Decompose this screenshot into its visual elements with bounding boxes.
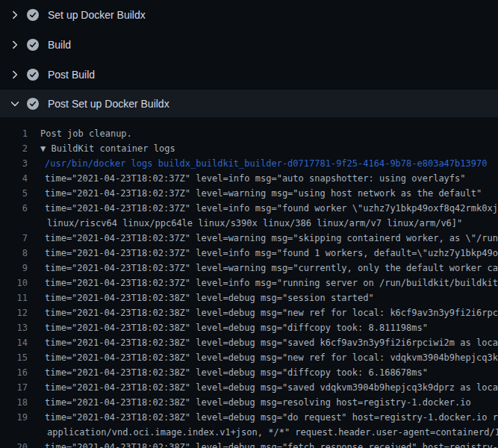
check-circle-icon: [27, 9, 39, 21]
log-text: time="2021-04-23T18:02:38Z" level=debug …: [28, 335, 498, 350]
log-line-8: 8time="2021-04-23T18:02:37Z" level=info …: [0, 246, 498, 261]
log-line-14: 14time="2021-04-23T18:02:38Z" level=debu…: [0, 335, 498, 350]
line-number[interactable]: 16: [0, 365, 28, 380]
chevron-right-icon[interactable]: [9, 9, 21, 21]
log-line-7: 7time="2021-04-23T18:02:37Z" level=warni…: [0, 231, 498, 246]
log-line-3: 3/usr/bin/docker logs buildx_buildkit_bu…: [0, 156, 498, 171]
log-line-19: 19time="2021-04-23T18:02:38Z" level=debu…: [0, 410, 498, 425]
step-label: Build: [48, 39, 71, 51]
line-number[interactable]: 3: [0, 156, 28, 171]
check-circle-icon: [27, 39, 39, 51]
line-number[interactable]: 12: [0, 305, 28, 320]
log-line-13: 13time="2021-04-23T18:02:38Z" level=debu…: [0, 320, 498, 335]
log-text: time="2021-04-23T18:02:38Z" level=debug …: [28, 320, 428, 335]
log-command-text: /usr/bin/docker logs buildx_buildkit_bui…: [28, 156, 487, 171]
line-number[interactable]: 4: [0, 171, 28, 186]
log-text: time="2021-04-23T18:02:38Z" level=debug …: [28, 350, 498, 365]
log-group-toggle[interactable]: ▼ BuildKit container logs: [28, 141, 175, 156]
line-number[interactable]: 14: [0, 335, 28, 350]
line-number[interactable]: 20: [0, 440, 28, 448]
line-number[interactable]: 2: [0, 141, 28, 156]
log-text: time="2021-04-23T18:02:37Z" level=info m…: [28, 171, 466, 186]
log-line-5: 5time="2021-04-23T18:02:37Z" level=warni…: [0, 186, 498, 201]
log-line-10: 10time="2021-04-23T18:02:37Z" level=info…: [0, 276, 498, 290]
log-text: Post job cleanup.: [28, 126, 132, 141]
step-row-build[interactable]: Build: [0, 30, 498, 60]
log-text: time="2021-04-23T18:02:38Z" level=debug …: [28, 380, 498, 395]
line-number[interactable]: 7: [0, 231, 28, 246]
actions-log-viewer: Set up Docker BuildxBuildPost BuildPost …: [0, 0, 498, 448]
log-line-15: 15time="2021-04-23T18:02:38Z" level=debu…: [0, 350, 498, 365]
line-number-empty: [0, 425, 28, 440]
line-number[interactable]: 13: [0, 320, 28, 335]
log-text: time="2021-04-23T18:02:37Z" level=warnin…: [28, 231, 498, 246]
log-text: time="2021-04-23T18:02:38Z" level=debug …: [28, 410, 498, 425]
log-line-4: 4time="2021-04-23T18:02:37Z" level=info …: [0, 171, 498, 186]
line-number-empty: [0, 216, 28, 231]
line-number[interactable]: 9: [0, 261, 28, 276]
check-circle-icon: [27, 69, 39, 81]
log-text: time="2021-04-23T18:02:38Z" level=debug …: [28, 440, 498, 448]
log-text: time="2021-04-23T18:02:37Z" level=warnin…: [28, 186, 482, 201]
step-row-post-build[interactable]: Post Build: [0, 60, 498, 90]
log-line-1: 1Post job cleanup.: [0, 126, 498, 141]
line-number[interactable]: 6: [0, 201, 28, 216]
line-number[interactable]: 1: [0, 126, 28, 141]
step-row-set-up-docker-buildx[interactable]: Set up Docker Buildx: [0, 0, 498, 30]
step-label: Post Build: [48, 69, 95, 81]
line-number[interactable]: 8: [0, 246, 28, 261]
chevron-down-icon[interactable]: [9, 98, 21, 110]
step-label: Set up Docker Buildx: [48, 9, 146, 21]
log-line-20: 20time="2021-04-23T18:02:38Z" level=debu…: [0, 440, 498, 448]
log-line-11: 11time="2021-04-23T18:02:38Z" level=debu…: [0, 290, 498, 305]
line-number[interactable]: 18: [0, 395, 28, 410]
log-line-2: 2▼ BuildKit container logs: [0, 141, 498, 156]
log-text: time="2021-04-23T18:02:37Z" level=info m…: [28, 246, 498, 261]
log-text: time="2021-04-23T18:02:37Z" level=info m…: [28, 201, 498, 216]
log-line-16: 16time="2021-04-23T18:02:38Z" level=debu…: [0, 365, 498, 380]
log-text: time="2021-04-23T18:02:37Z" level=warnin…: [28, 261, 498, 276]
line-number[interactable]: 10: [0, 276, 28, 290]
line-number[interactable]: 19: [0, 410, 28, 425]
log-lines-container: 1Post job cleanup.2▼ BuildKit container …: [0, 117, 498, 448]
chevron-right-icon[interactable]: [9, 69, 21, 81]
log-text: time="2021-04-23T18:02:37Z" level=info m…: [28, 276, 498, 290]
log-line-6-wrap: linux/riscv64 linux/ppc64le linux/s390x …: [0, 216, 498, 231]
line-number[interactable]: 11: [0, 290, 28, 305]
log-text: time="2021-04-23T18:02:38Z" level=debug …: [28, 290, 374, 305]
step-row-post-set-up-docker-buildx[interactable]: Post Set up Docker Buildx: [0, 90, 498, 117]
log-text: time="2021-04-23T18:02:38Z" level=debug …: [28, 395, 471, 410]
step-label: Post Set up Docker Buildx: [48, 98, 169, 110]
check-circle-icon: [27, 98, 39, 110]
chevron-right-icon[interactable]: [9, 39, 21, 51]
log-line-17: 17time="2021-04-23T18:02:38Z" level=debu…: [0, 380, 498, 395]
log-text: application/vnd.oci.image.index.v1+json,…: [28, 425, 498, 440]
line-number[interactable]: 5: [0, 186, 28, 201]
line-number[interactable]: 15: [0, 350, 28, 365]
log-line-18: 18time="2021-04-23T18:02:38Z" level=debu…: [0, 395, 498, 410]
log-text: time="2021-04-23T18:02:38Z" level=debug …: [28, 365, 428, 380]
log-line-12: 12time="2021-04-23T18:02:38Z" level=debu…: [0, 305, 498, 320]
log-line-19-wrap: application/vnd.oci.image.index.v1+json,…: [0, 425, 498, 440]
log-line-9: 9time="2021-04-23T18:02:37Z" level=warni…: [0, 261, 498, 276]
steps-list: Set up Docker BuildxBuildPost BuildPost …: [0, 0, 498, 117]
log-text: time="2021-04-23T18:02:38Z" level=debug …: [28, 305, 498, 320]
log-text: linux/riscv64 linux/ppc64le linux/s390x …: [28, 216, 462, 231]
line-number[interactable]: 17: [0, 380, 28, 395]
log-line-6: 6time="2021-04-23T18:02:37Z" level=info …: [0, 201, 498, 216]
